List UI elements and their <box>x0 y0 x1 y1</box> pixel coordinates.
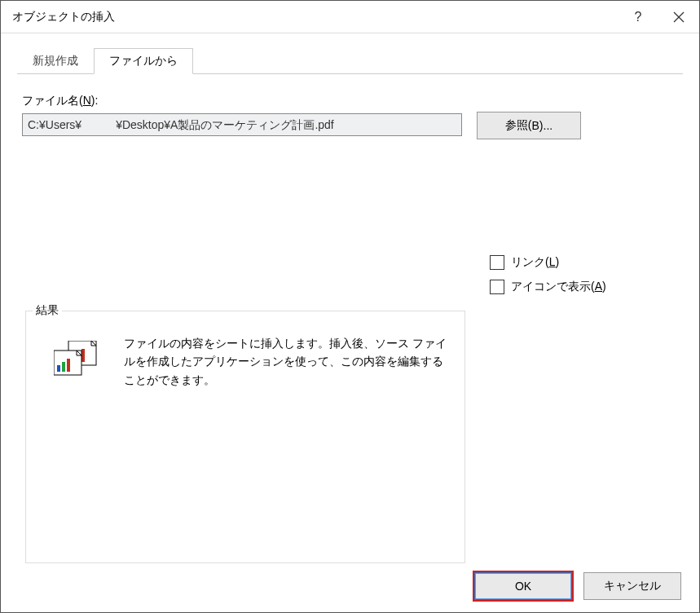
ok-button[interactable]: OK <box>474 572 572 600</box>
icon-ul: A <box>595 280 602 293</box>
filename-input[interactable]: C:¥Users¥ ¥Desktop¥A製品のマーケティング計画.pdf <box>22 113 462 136</box>
icon-checkbox-row[interactable]: アイコンで表示(A) <box>490 280 606 294</box>
options-group: リンク(L) アイコンで表示(A) <box>490 255 606 294</box>
icon-checkbox[interactable] <box>490 280 504 294</box>
from-file-pane: ファイル名(N): C:¥Users¥ ¥Desktop¥A製品のマーケティング… <box>17 74 683 139</box>
svg-rect-9 <box>57 365 60 372</box>
close-icon <box>673 11 685 23</box>
cancel-button[interactable]: キャンセル <box>583 572 681 600</box>
link-checkbox[interactable] <box>490 255 504 270</box>
tab-from-file[interactable]: ファイルから <box>94 48 193 74</box>
help-button[interactable]: ? <box>618 1 658 33</box>
result-legend: 結果 <box>33 303 62 318</box>
tab-bar: 新規作成 ファイルから <box>17 48 683 74</box>
icon-pre: アイコンで表示( <box>511 280 595 293</box>
svg-rect-11 <box>67 359 70 372</box>
link-post: ) <box>555 255 559 268</box>
content-area: 新規作成 ファイルから ファイル名(N): C:¥Users¥ ¥Desktop… <box>1 33 699 560</box>
browse-button[interactable]: 参照(B)... <box>477 112 581 139</box>
result-text: ファイルの内容をシートに挿入します。挿入後、ソース ファイルを作成したアプリケー… <box>124 333 451 389</box>
close-button[interactable] <box>658 1 699 33</box>
filename-label-post: ): <box>91 94 99 107</box>
link-pre: リンク( <box>511 255 549 268</box>
footer: OK キャンセル <box>1 560 699 612</box>
insert-object-dialog: オブジェクトの挿入 ? 新規作成 ファイルから ファイル名(N): C:¥Use… <box>0 0 700 613</box>
window-title: オブジェクトの挿入 <box>12 10 618 24</box>
embed-result-icon <box>54 341 104 378</box>
result-body: ファイルの内容をシートに挿入します。挿入後、ソース ファイルを作成したアプリケー… <box>39 333 451 389</box>
filename-label: ファイル名(N): <box>22 94 678 108</box>
result-group: 結果 ファイルの内容をシートに <box>25 311 465 563</box>
browse-pre: 参照( <box>505 118 532 133</box>
link-checkbox-row[interactable]: リンク(L) <box>490 255 606 270</box>
svg-rect-10 <box>62 362 65 372</box>
filename-row: C:¥Users¥ ¥Desktop¥A製品のマーケティング計画.pdf 参照(… <box>22 113 678 139</box>
filename-label-pre: ファイル名( <box>22 94 83 107</box>
icon-post: ) <box>602 280 606 293</box>
icon-label: アイコンで表示(A) <box>511 280 606 294</box>
browse-post: )... <box>539 119 553 132</box>
tab-new[interactable]: 新規作成 <box>17 48 94 74</box>
filename-label-ul: N <box>83 94 91 107</box>
link-label: リンク(L) <box>511 255 559 270</box>
titlebar: オブジェクトの挿入 ? <box>1 1 699 33</box>
browse-ul: B <box>531 119 539 132</box>
